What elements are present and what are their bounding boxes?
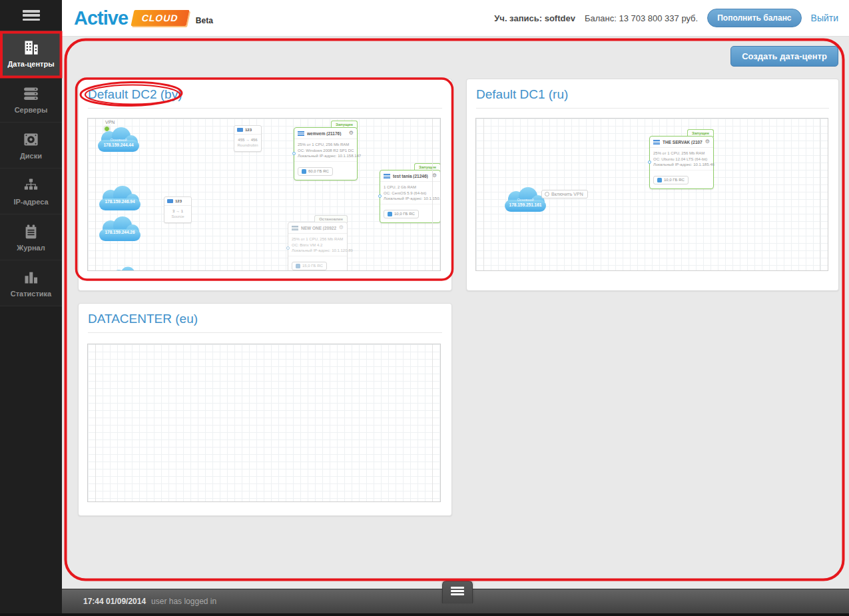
- server-lan-ip: Локальный IP-адрес: 10.1.120.89: [292, 248, 344, 254]
- balancer-header: 123: [164, 197, 191, 206]
- datacenter-canvas: VPN Основной 178.159.244.44: [87, 118, 441, 271]
- datacenter-canvas: Запущен THE SERVAK (21079) ⚙ 25% от 1 CP…: [475, 118, 828, 271]
- sidebar-item-journal[interactable]: Журнал: [0, 214, 62, 260]
- sidebar-item-disks[interactable]: Диски: [0, 123, 62, 168]
- sidebar-item-label: Серверы: [15, 106, 48, 114]
- cloud-name: Основной: [110, 138, 127, 143]
- account-label: Уч. запись:: [494, 13, 542, 23]
- sidebar-item-label: IP-адреса: [13, 198, 48, 206]
- bar-chart-icon: [22, 268, 40, 286]
- disk-badge[interactable]: 10,0 ГБ RC: [384, 210, 419, 218]
- balancer-algorithm: Roundrobin: [236, 143, 260, 148]
- balancer-node[interactable]: 123 3 → 1 Source: [164, 196, 192, 223]
- server-lan-ip: Локальный IP-адрес: 10.1.158.147: [298, 153, 354, 159]
- server-header: wemvem (21176) ⚙: [294, 128, 357, 139]
- balance-value: 13 703 800 337 руб.: [619, 13, 698, 23]
- server-name: test tania (21246): [393, 174, 429, 178]
- server-list-icon: [384, 174, 390, 178]
- app-window: Дата-центры Серверы Диски: [0, 0, 849, 616]
- vpn-toggle-icon: [545, 192, 549, 196]
- connector-dot: [292, 152, 296, 155]
- sidebar-item-label: Журнал: [17, 244, 45, 252]
- server-cpu: 25% от 1 CPU, 256 Mb RAM: [298, 142, 354, 148]
- server-disks: 60,0 ГБ RC: [294, 162, 357, 180]
- status-panel-toggle[interactable]: [442, 581, 473, 603]
- server-card[interactable]: Запущен THE SERVAK (21079) ⚙ 25% от 1 CP…: [649, 130, 714, 189]
- disk-icon: [388, 212, 392, 216]
- journal-icon: [22, 222, 40, 240]
- sidebar-item-datacenters[interactable]: Дата-центры: [0, 31, 62, 77]
- balancer-header: 123: [234, 126, 261, 135]
- datacenter-title-link[interactable]: Default DC1 (ru): [476, 87, 829, 109]
- server-card[interactable]: Запущен wemvem (21176) ⚙ 25% от 1 CPU, 2…: [294, 121, 358, 180]
- cloud-node[interactable]: 178.159.244.26: [95, 216, 145, 242]
- cloud-text: Основной 178.159.244.44: [93, 127, 144, 153]
- disk-badge[interactable]: 15,0 ГБ RC: [292, 262, 327, 270]
- balance-info: Баланс: 13 703 800 337 руб.: [585, 13, 698, 23]
- server-disks: 10,0 ГБ RC: [650, 170, 713, 188]
- cloud-ip: 178.159.246.94: [105, 199, 135, 204]
- gear-icon[interactable]: ⚙: [349, 131, 354, 136]
- sidebar-item-label: Статистика: [11, 290, 52, 298]
- server-disks: 15,0 ГБ RC: [288, 256, 347, 272]
- sidebar-item-ip-addresses[interactable]: IP-адреса: [0, 168, 62, 214]
- sidebar-item-label: Дата-центры: [7, 60, 54, 68]
- disk-icon: [296, 264, 300, 268]
- balancer-body: 455 → 456 Roundrobin: [234, 135, 261, 151]
- server-list-icon: [298, 131, 304, 136]
- main-content: Создать дата-центр Default DC2 (by) VPN …: [62, 37, 849, 589]
- server-info: 25% от 1 CPU, 256 Mb RAM ОС: Bitrix VM 4…: [288, 234, 347, 256]
- datacenter-title-link[interactable]: Default DC2 (by): [88, 87, 442, 109]
- disk-size: 60,0 ГБ RC: [308, 169, 329, 173]
- cloud-node[interactable]: 178.159.246.94: [95, 185, 145, 212]
- create-datacenter-button[interactable]: Создать дата-центр: [730, 46, 838, 67]
- balance-label: Баланс:: [585, 13, 617, 23]
- gear-icon[interactable]: ⚙: [432, 173, 437, 178]
- datacenter-card-dc1: Default DC1 (ru) Запущен THE SERVAK (210…: [466, 79, 839, 291]
- connector-dot: [378, 194, 382, 198]
- server-os: ОС: Bitrix VM 4.2: [292, 242, 344, 248]
- server-header: NEW ONE (20922) ⚙: [288, 222, 347, 234]
- disk-size: 10,0 ГБ RC: [394, 212, 415, 216]
- balancer-icon: [167, 199, 173, 203]
- cloud-ip: 178.159.251.161: [509, 202, 542, 208]
- network-tree-icon: [22, 176, 40, 194]
- server-info: 25% от 1 CPU, 256 Mb RAM ОС: Ubuntu 12.0…: [650, 148, 713, 170]
- server-header: THE SERVAK (21079) ⚙: [650, 137, 713, 148]
- topup-balance-button[interactable]: Пополнить баланс: [707, 9, 801, 27]
- server-cpu: 1 CPU, 2 Gb RAM: [384, 184, 437, 190]
- balancer-node[interactable]: 123 455 → 456 Roundrobin: [234, 125, 262, 152]
- status-message: user has logged in: [151, 597, 216, 606]
- cloud-icon: [107, 266, 145, 271]
- server-os: ОС: CentOS 5.9 (64-bit): [384, 190, 437, 196]
- sidebar-menu-toggle[interactable]: [0, 0, 62, 31]
- disk-badge[interactable]: 10,0 ГБ RC: [653, 176, 689, 184]
- server-header: test tania (21246) ⚙: [380, 170, 440, 182]
- sidebar-item-servers[interactable]: Серверы: [0, 77, 62, 123]
- disk-badge[interactable]: 60,0 ГБ RC: [298, 167, 333, 176]
- cloud-name: Основной: [517, 198, 533, 202]
- beta-label: Beta: [196, 16, 213, 25]
- datacenter-title-link[interactable]: DATACENTER (eu): [88, 312, 442, 333]
- server-card[interactable]: Запущен test tania (21246) ⚙ 1 CPU, 2 Gb…: [380, 164, 441, 223]
- balancer-algorithm: Source: [166, 214, 190, 219]
- gear-icon[interactable]: ⚙: [339, 225, 344, 230]
- disk-size: 10,0 ГБ RC: [664, 178, 685, 182]
- gear-icon[interactable]: ⚙: [705, 139, 710, 145]
- logout-link[interactable]: Выйти: [811, 13, 838, 23]
- hamburger-icon: [23, 10, 40, 21]
- balancer-rule: 3 → 1: [166, 208, 190, 214]
- server-info: 1 CPU, 2 Gb RAM ОС: CentOS 5.9 (64-bit) …: [380, 182, 440, 204]
- enable-vpn-toggle[interactable]: Включить VPN: [541, 190, 588, 198]
- sidebar-item-statistics[interactable]: Статистика: [0, 260, 62, 306]
- server-list-icon: [653, 140, 660, 145]
- balancer-icon: [237, 128, 243, 132]
- balancer-id: 123: [245, 128, 252, 132]
- disk-icon: [302, 169, 306, 174]
- server-card-stopped[interactable]: Остановлен NEW ONE (20922) ⚙ 25% от 1 CP…: [288, 216, 348, 271]
- logo: Active CLOUD Beta: [74, 7, 213, 29]
- datacenter-card-dc2: Default DC2 (by) VPN Основной 178.159.24…: [78, 79, 452, 291]
- cloud-node-partial[interactable]: [107, 266, 145, 271]
- server-os: ОС: Windows 2008 R2 SP1 DC: [298, 148, 354, 154]
- cloud-node[interactable]: Основной 178.159.244.44: [93, 127, 144, 153]
